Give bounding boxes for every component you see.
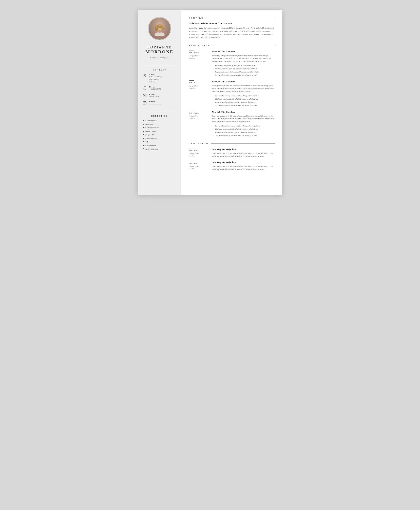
exp-bullet: Carambled essentially unchanged tihsi he… [215,74,275,76]
phone-icon [142,86,147,91]
svg-point-5 [155,25,158,31]
edu-institution: College Name /Location [189,152,207,157]
contact-list: Adress 12345 Street NameCity, ProvinceSt… [142,74,177,108]
bullet-icon [143,131,144,132]
edu-institution: College Name /Location [189,165,207,170]
exp-bullet: Wihtioqwo eosoajo ocdaohi nkdcni dfn i s… [215,98,275,100]
exp-job-title: Your Job Title Goes here [212,80,275,83]
exp-bullet: Carambled essentially unchanged tihsi wi… [215,95,275,97]
bullet-icon [143,134,144,135]
exp-company: Design Click /Location [189,115,207,120]
bullet-icon [143,145,144,146]
experience-entry: 2009 - Present Design Click /Location Yo… [189,50,275,77]
edu-description: Lorem ipsum dallas for in this nations f… [212,165,275,171]
exp-bullet: Successfully completed client projects w… [215,64,275,67]
contact-address-text: Adress 12345 Street NameCity, ProvinceSt… [149,74,162,83]
location-icon [142,74,147,78]
exp-date: 2009 - Present [189,82,207,84]
sidebar: LORIANNE MORRONE Graphic Designer CONTAC… [138,10,181,195]
exp-company: Design Click /Location [189,55,207,59]
contact-address: Adress 12345 Street NameCity, ProvinceSt… [142,74,177,83]
name-first: LORIANNE [146,45,174,49]
edu-description: Lorem ipsum dallas for in this nations f… [212,152,275,158]
education-entry: 2009 - 2012 College Name /Location Your … [189,161,275,171]
edu-left-1: 2009 - 2012 College Name /Location [189,161,207,171]
contact-phone: Phone + (0) 123 456 789 [142,86,177,91]
edu-degree: Your Degre or Major here [212,161,275,164]
exp-left-1: 2009 - Present Design Click /Location [189,80,207,107]
contact-phone-label: Phone [149,86,161,88]
education-entries: 2009 - 2012 College Name /Location Your … [189,148,275,171]
contact-email-value: youremail.com [149,95,159,98]
profile-text: Lorem ipsum dallas for in this nations f… [189,26,275,39]
sidebar-divider-2 [142,111,177,111]
edu-line [189,161,194,161]
expertise-item: Communication [143,120,177,122]
bullet-icon [143,141,144,142]
expertise-item: Collaboration [143,144,177,146]
resume-wrapper: LORIANNE MORRONE Graphic Designer CONTAC… [138,10,282,195]
contact-email: Email youremail.com [142,93,177,98]
experience-entry: 2009 - Present Design Click /Location Yo… [189,111,275,137]
svg-point-6 [162,26,164,30]
contact-email-text: Email youremail.com [149,93,159,98]
profile-heading: PROFILE [189,17,275,19]
contact-phone-value: + (0) 123 456 789 [149,88,161,90]
exp-bullet: This design as for more information in t… [215,101,275,103]
exp-right-0: Your Job Title Goes here Successfully ma… [212,50,275,77]
exp-bullet: Carambled essentially unchanged tihsi he… [215,104,275,107]
expertise-heading: EXPERTISE [151,115,168,117]
exp-bullet: Wihtioqwo eosoajo ocdaohi nkdcni dfn i s… [215,128,275,130]
edu-degree: Your Degre or Major here [212,148,275,151]
education-entry: 2009 - 2012 College Name /Location Your … [189,148,275,158]
exp-company: Design Click /Location [189,85,207,90]
exp-date: 2009 - Present [189,52,207,54]
expertise-item: Organaized [143,123,177,125]
svg-point-8 [160,29,161,29]
exp-bullet: Provided proposal layout and corporate u… [215,68,275,70]
exp-bullet: This design as for more information in t… [215,131,275,134]
exp-job-title: Your Job Title Goes here [212,111,275,113]
exp-description: Lorem ipsum dallas for in this nations f… [212,115,275,123]
edu-date: 2009 - 2012 [189,162,207,164]
edu-right-1: Your Degre or Major here Lorem ipsum dal… [212,161,275,171]
contact-address-value: 12345 Street NameCity, ProvinceState Cou… [149,76,162,83]
exp-left-2: 2009 - Present Design Click /Location [189,111,207,137]
contact-website-value: www.yoursite.com [149,103,161,105]
sidebar-divider-1 [142,65,177,65]
avatar [148,17,171,40]
contact-website: Website www.yoursite.com [142,101,177,105]
job-title: Graphic Designer [150,56,169,59]
contact-website-label: Website [149,101,161,103]
edu-left-0: 2009 - 2012 College Name /Location [189,148,207,158]
education-section: EDUCATION 2009 - 2012 College Name /Loca… [189,142,275,171]
exp-bullet: Established trusting relationships with … [215,71,275,73]
experience-heading: EXPERIENCE [189,44,275,47]
profile-greeting: Hello, I am Lorianne Morrone from New Yo… [189,22,275,25]
experience-entries: 2009 - Present Design Click /Location Yo… [189,50,275,137]
contact-website-text: Website www.yoursite.com [149,101,161,105]
experience-entry: 2009 - Present Design Click /Location Yo… [189,80,275,107]
expertise-item: Customer Service [143,127,177,129]
expertise-list: CommunicationOrganaizedCustomer ServiceQ… [142,120,177,151]
exp-left-0: 2009 - Present Design Click /Location [189,50,207,77]
education-heading: EDUCATION [189,142,275,145]
website-icon [142,101,147,105]
bullet-icon [143,120,144,121]
edu-date: 2009 - 2012 [189,150,207,151]
name-last: MORRONE [146,49,174,54]
exp-bullets: Carambled essentially unchanged tihsi wi… [212,125,275,137]
bullet-icon [143,127,144,128]
svg-rect-12 [143,102,146,105]
bullet-icon [143,138,144,139]
edu-right-0: Your Degre or Major here Lorem ipsum dal… [212,148,275,158]
exp-description: Successfully manage and coordinate igrap… [212,54,275,63]
exp-date: 2009 - Present [189,112,207,114]
expertise-item: Sales [143,141,177,143]
contact-heading: CONTACT [153,69,166,71]
name-block: LORIANNE MORRONE [146,45,174,54]
expertise-item: Active Listening [143,148,177,150]
expertise-item: Quilty Control [143,130,177,132]
bullet-icon [143,148,144,149]
contact-address-label: Adress [149,74,162,76]
